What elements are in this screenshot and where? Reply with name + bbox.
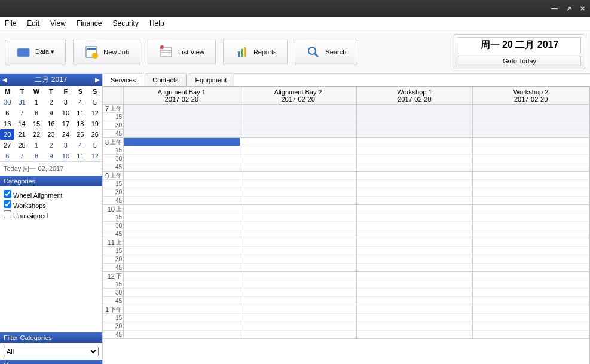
time-slot[interactable] [240, 297, 356, 305]
time-slot[interactable] [240, 205, 356, 213]
time-slot[interactable] [357, 172, 473, 180]
time-slot[interactable] [240, 314, 356, 322]
time-slot[interactable] [124, 331, 240, 339]
time-slot[interactable] [240, 172, 356, 180]
time-slot[interactable] [473, 264, 589, 272]
calendar-day[interactable]: 5 [88, 140, 102, 151]
calendar-day[interactable]: 5 [88, 97, 102, 108]
time-slot[interactable] [240, 222, 356, 230]
time-slot[interactable] [240, 130, 356, 138]
tab-services[interactable]: Services [103, 74, 143, 86]
calendar-day[interactable]: 15 [29, 118, 44, 129]
time-slot[interactable] [357, 138, 473, 146]
calendar-day[interactable]: 25 [73, 129, 87, 140]
tab-contacts[interactable]: Contacts [145, 74, 186, 86]
time-slot[interactable] [124, 130, 240, 138]
calendar-day[interactable]: 8 [29, 151, 44, 161]
calendar-day[interactable]: 22 [29, 129, 44, 140]
time-slot[interactable] [240, 264, 356, 272]
time-slot[interactable] [357, 280, 473, 289]
bay-column[interactable] [473, 105, 589, 339]
time-slot[interactable] [357, 314, 473, 322]
time-slot[interactable] [240, 305, 356, 314]
calendar-day[interactable]: 11 [73, 108, 87, 118]
time-slot[interactable] [124, 305, 240, 314]
calendar-day[interactable]: 13 [0, 118, 14, 129]
time-slot[interactable] [124, 289, 240, 297]
calendar-day[interactable]: 12 [88, 151, 102, 161]
time-slot[interactable] [473, 230, 589, 238]
calendar-day[interactable]: 9 [44, 151, 58, 161]
time-slot[interactable] [473, 105, 589, 113]
time-slot[interactable] [357, 247, 473, 255]
calendar-day[interactable]: 6 [0, 108, 14, 118]
time-slot[interactable] [240, 331, 356, 339]
time-slot[interactable] [357, 163, 473, 172]
bay-column[interactable] [240, 105, 357, 339]
view-header[interactable]: View [0, 360, 102, 364]
time-slot[interactable] [124, 280, 240, 289]
time-slot[interactable] [473, 188, 589, 197]
time-slot[interactable] [473, 314, 589, 322]
time-slot[interactable] [240, 113, 356, 121]
time-slot[interactable] [357, 155, 473, 163]
time-slot[interactable] [357, 322, 473, 331]
time-slot[interactable] [357, 113, 473, 121]
time-slot[interactable] [473, 272, 589, 280]
time-slot[interactable] [473, 130, 589, 138]
category-item[interactable]: Workshops [4, 200, 99, 209]
time-slot[interactable] [124, 213, 240, 222]
time-slot[interactable] [357, 305, 473, 314]
time-slot[interactable] [357, 197, 473, 205]
time-slot[interactable] [473, 121, 589, 130]
time-slot[interactable] [357, 130, 473, 138]
menu-view[interactable]: View [50, 19, 66, 27]
time-slot[interactable] [240, 280, 356, 289]
cal-next-button[interactable]: ▶ [95, 77, 100, 83]
time-slot[interactable] [240, 163, 356, 172]
time-slot[interactable] [240, 247, 356, 255]
time-slot[interactable] [357, 238, 473, 247]
calendar-day[interactable]: 9 [44, 108, 58, 118]
calendar-day[interactable]: 10 [59, 151, 73, 161]
menu-finance[interactable]: Finance [77, 19, 102, 27]
time-slot[interactable] [357, 297, 473, 305]
time-slot[interactable] [124, 172, 240, 180]
calendar-day[interactable]: 7 [14, 108, 29, 118]
calendar-day[interactable]: 31 [14, 97, 29, 108]
time-slot[interactable] [473, 205, 589, 213]
calendar-day[interactable]: 21 [14, 129, 29, 140]
time-slot[interactable] [357, 264, 473, 272]
calendar-day[interactable]: 1 [29, 140, 44, 151]
time-slot[interactable] [240, 322, 356, 331]
time-slot[interactable] [240, 138, 356, 146]
time-slot[interactable] [473, 138, 589, 146]
time-slot[interactable] [357, 188, 473, 197]
time-slot[interactable] [473, 155, 589, 163]
time-slot[interactable] [240, 255, 356, 264]
time-slot[interactable] [473, 172, 589, 180]
time-slot[interactable] [473, 180, 589, 188]
time-slot[interactable] [473, 247, 589, 255]
time-slot[interactable] [240, 289, 356, 297]
time-slot[interactable] [124, 121, 240, 130]
time-slot[interactable] [124, 205, 240, 213]
time-slot[interactable] [124, 264, 240, 272]
time-slot[interactable] [357, 121, 473, 130]
schedule-grid[interactable]: Alignment Bay 12017-02-20Alignment Bay 2… [103, 87, 590, 364]
category-checkbox[interactable] [4, 200, 11, 208]
time-slot[interactable] [124, 197, 240, 205]
time-slot[interactable] [124, 138, 240, 146]
time-slot[interactable] [240, 213, 356, 222]
maximize-button[interactable]: ↗ [566, 5, 571, 13]
time-slot[interactable] [240, 155, 356, 163]
time-slot[interactable] [124, 113, 240, 121]
time-slot[interactable] [473, 213, 589, 222]
time-slot[interactable] [473, 113, 589, 121]
calendar-day[interactable]: 2 [44, 140, 58, 151]
calendar-day[interactable]: 26 [88, 129, 102, 140]
time-slot[interactable] [124, 180, 240, 188]
time-slot[interactable] [473, 146, 589, 155]
calendar-day[interactable]: 3 [59, 97, 73, 108]
category-item[interactable]: Wheel Alignment [4, 190, 99, 199]
